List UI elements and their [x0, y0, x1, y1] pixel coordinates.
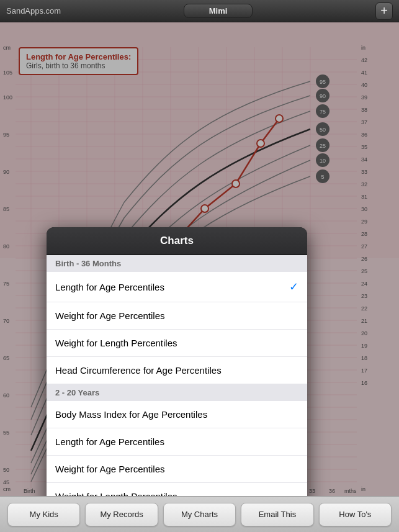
tab-bar: My Kids My Records My Charts Email This … [0, 496, 399, 532]
user-name: Mimi [184, 4, 253, 18]
menu-item-weight-length-years[interactable]: Weight for Length Percentiles [47, 483, 307, 496]
checkmark-icon: ✓ [289, 280, 298, 294]
section-birth-header: Birth - 36 Months [47, 255, 307, 272]
section-2-20-header: 2 - 20 Years [47, 384, 307, 401]
modal-title: Charts [47, 227, 307, 255]
menu-item-label: Weight for Age Percentiles [55, 464, 164, 474]
tab-my-charts[interactable]: My Charts [163, 503, 236, 526]
tab-how-tos[interactable]: How To's [319, 503, 392, 526]
menu-item-bmi-years[interactable]: Body Mass Index for Age Percentiles [47, 401, 307, 428]
menu-item-label: Length for Age Percentiles [55, 436, 164, 447]
menu-item-weight-length-birth[interactable]: Weight for Length Percentiles [47, 330, 307, 357]
menu-item-label: Length for Age Percentiles [55, 282, 164, 292]
menu-item-head-circ-birth[interactable]: Head Circumference for Age Percentiles [47, 357, 307, 384]
menu-item-label: Body Mass Index for Age Percentiles [55, 409, 207, 420]
modal-body: Birth - 36 Months Length for Age Percent… [47, 255, 307, 496]
menu-item-length-age-birth[interactable]: Length for Age Percentiles ✓ [47, 272, 307, 302]
site-label: SandApps.com [6, 6, 61, 16]
menu-item-label: Weight for Age Percentiles [55, 310, 164, 321]
chart-area: cm 105 100 95 90 85 80 75 70 65 60 55 50… [0, 22, 399, 496]
menu-item-label: Weight for Length Percentiles [55, 491, 177, 496]
menu-item-weight-age-years[interactable]: Weight for Age Percentiles [47, 456, 307, 483]
menu-item-length-age-years[interactable]: Length for Age Percentiles [47, 428, 307, 456]
modal-overlay[interactable]: Charts Birth - 36 Months Length for Age … [0, 22, 399, 496]
charts-modal: Charts Birth - 36 Months Length for Age … [47, 227, 307, 496]
menu-item-label: Head Circumference for Age Percentiles [55, 365, 222, 376]
top-bar: SandApps.com Mimi + [0, 0, 399, 22]
menu-item-label: Weight for Length Percentiles [55, 338, 177, 348]
tab-my-records[interactable]: My Records [85, 503, 158, 526]
tab-my-kids[interactable]: My Kids [7, 503, 80, 526]
menu-item-weight-age-birth[interactable]: Weight for Age Percentiles [47, 302, 307, 330]
add-button[interactable]: + [375, 2, 393, 20]
tab-email-this[interactable]: Email This [241, 503, 313, 526]
